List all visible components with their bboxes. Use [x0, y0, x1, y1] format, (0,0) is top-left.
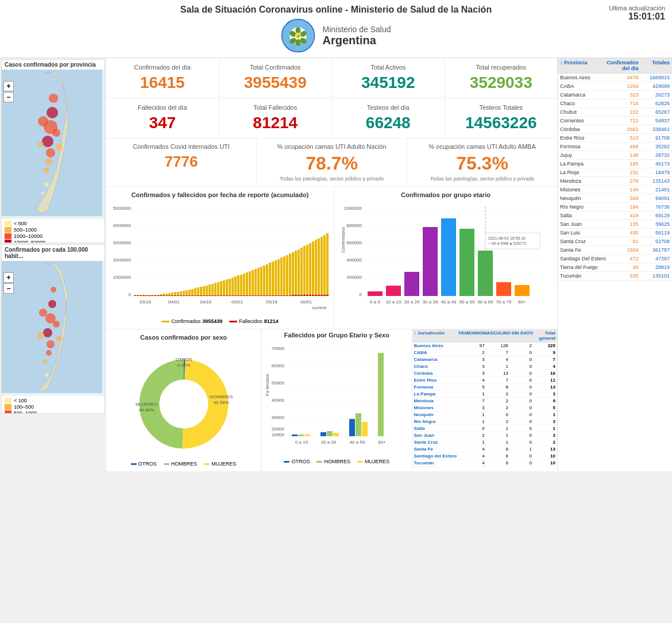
ft-cell-juris: Santa Fe: [414, 447, 461, 452]
ft-cell-sin: 0: [508, 391, 532, 397]
total-activos-value: 345192: [341, 74, 436, 92]
ft-cell-sin: 0: [508, 453, 532, 459]
svg-text:60000: 60000: [272, 363, 285, 368]
content-area: Casos confirmados por provincia + −: [0, 58, 672, 471]
bar-fallecidos: [208, 295, 211, 296]
rt-col-conf: Confirmados del día: [607, 60, 639, 71]
svg-text:40000: 40000: [272, 398, 285, 403]
ft-cell-total: 16: [532, 371, 555, 376]
svg-text:Confirmados: Confirmados: [341, 227, 346, 253]
bar-acumulado: [203, 286, 205, 296]
total-confirmados-label: Total Confirmados: [228, 64, 323, 71]
ft-cell-juris: Misiones: [414, 405, 461, 410]
table-row: Catamarca 323 26273: [558, 91, 672, 99]
map2-zoom-in[interactable]: +: [3, 272, 14, 283]
map1-zoom-in[interactable]: +: [3, 81, 14, 91]
rt-cell-conf: 135: [607, 221, 639, 227]
ft-cell-fem: 4: [461, 453, 485, 459]
svg-text:3000000: 3000000: [113, 240, 132, 245]
ft-cell-fem: 3: [461, 405, 485, 410]
table-row: CABA 1204 429099: [558, 82, 672, 91]
rt-cell-conf: 468: [607, 144, 639, 149]
bar-acumulado: [177, 292, 179, 296]
svg-point-19: [38, 116, 48, 126]
bar-acumulado: [231, 278, 234, 296]
map2-zoom-out[interactable]: −: [3, 283, 14, 294]
stat-testeos-dia: Testeos del día 66248: [332, 98, 445, 138]
confirmados-dia-label: Confirmados del día: [115, 64, 210, 71]
map1-zoom-out[interactable]: −: [3, 92, 14, 102]
bar-fallecidos: [309, 295, 311, 296]
ft-cell-masc: 8: [485, 447, 508, 452]
rt-cell-prov: Mendoza: [560, 178, 607, 184]
map2-legend: < 100 100–500 500–1000 1000–2000 2000+: [2, 396, 105, 414]
table-row: Formosa 468 35262: [558, 143, 672, 151]
svg-text:05/01: 05/01: [231, 299, 244, 305]
rt-cell-prov: San Juan: [560, 221, 607, 227]
bar-fallecidos: [269, 295, 271, 296]
svg-point-32: [53, 321, 60, 328]
ft-cell-fem: 4: [461, 460, 485, 466]
bar-acumulado: [214, 283, 217, 296]
bar-fallecidos: [165, 295, 168, 296]
svg-text:0.46%: 0.46%: [177, 363, 190, 368]
rt-cell-total: 54837: [638, 118, 670, 124]
rt-cell-total: 52708: [638, 239, 670, 244]
svg-point-36: [45, 373, 48, 376]
svg-text:2000000: 2000000: [113, 257, 132, 263]
bar-acumulado: [320, 237, 323, 296]
rt-cell-prov: Misiones: [560, 187, 607, 193]
svg-text:OTROS: OTROS: [175, 357, 191, 362]
ft-cell-masc: 126: [485, 343, 508, 348]
bar-fallecidos: [300, 295, 303, 296]
bar-fallecidos: [197, 295, 199, 296]
last-update-label: Ultima actualización: [609, 5, 665, 11]
chart-acumulado-title: Confirmados y fallecidos por fecha de re…: [111, 191, 329, 198]
svg-rect-109: [327, 431, 333, 436]
bar-acumulado: [252, 270, 254, 296]
bar-acumulado: [309, 243, 311, 296]
bar-acumulado: [220, 281, 222, 296]
ft-cell-total: 3: [532, 433, 555, 438]
svg-text:4000000: 4000000: [113, 223, 132, 228]
stat-total-fallecidos: Total Fallecidos 81214: [219, 98, 333, 138]
stat-total-recuperados: Total recuperados 3529033: [445, 58, 558, 98]
icu-amba-subtitle: Todas las patologías, sector público y p…: [416, 176, 549, 182]
sexo-legend: OTROS HOMBRES MUJERES: [111, 461, 256, 467]
bar-fallecidos: [177, 295, 179, 296]
svg-text:03/16: 03/16: [140, 299, 152, 305]
ft-cell-fem: 4: [461, 378, 485, 383]
total-fallecidos-label: Total Fallecidos: [228, 104, 323, 111]
ft-col-masc: MASCULINO: [483, 330, 511, 341]
ft-cell-masc: 7: [485, 350, 508, 355]
rt-cell-total: 125143: [638, 178, 670, 184]
ft-cell-juris: Río Negro: [414, 419, 461, 424]
confirmados-dia-value: 16415: [115, 74, 210, 92]
svg-point-35: [56, 336, 62, 341]
map1-bg: + −: [2, 70, 105, 219]
ministry-text: Ministerio de Salud Argentina: [322, 25, 391, 47]
ft-cell-sin: 0: [508, 384, 532, 390]
ft-cell-fem: 5: [461, 384, 485, 390]
svg-text:0: 0: [360, 292, 362, 297]
rt-cell-prov: Entre Ríos: [560, 135, 607, 141]
svg-text:40 a 59: 40 a 59: [350, 440, 365, 445]
list-item: CABA 2 7 0 9: [412, 349, 558, 356]
rt-cell-conf: 1504: [607, 247, 639, 253]
ft-cell-masc: 2: [485, 405, 508, 410]
svg-point-15: [46, 148, 55, 157]
rt-cell-conf: 81: [607, 239, 639, 244]
ft-cell-total: 11: [532, 378, 555, 383]
map2-zoom-controls: + −: [3, 272, 14, 294]
bar-fallecidos: [151, 295, 153, 296]
bar-acumulado: [280, 257, 283, 296]
bar-acumulado: [191, 289, 194, 296]
bar-fallecidos: [323, 295, 326, 296]
bar-acumulado: [312, 241, 314, 296]
svg-text:60 a 69: 60 a 69: [478, 299, 493, 305]
bar-fallecidos: [283, 295, 285, 296]
svg-point-16: [45, 158, 52, 165]
bar-acumulado: [300, 248, 303, 296]
ft-cell-fem: 1: [461, 412, 485, 417]
svg-point-31: [43, 359, 47, 364]
